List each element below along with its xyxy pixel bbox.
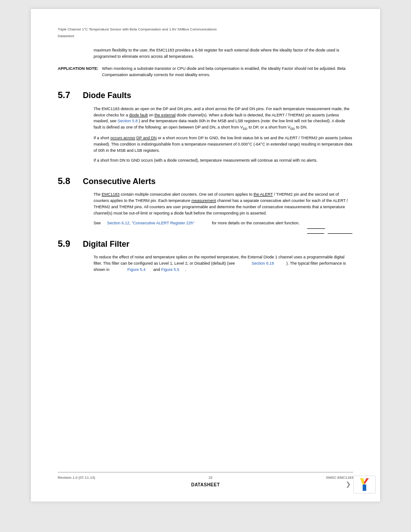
svg-marker-1 <box>363 485 366 491</box>
section-5-9-title: Digital Filter <box>83 239 129 250</box>
page-wrapper: Triple Channel 1°C Temperature Sensor wi… <box>0 0 411 532</box>
section-5-9-p1: To reduce the effect of noise and temper… <box>94 254 353 273</box>
section-5-7-body: The EMC1183 detects an open on the DP an… <box>94 106 353 164</box>
footer-brand: SMSC EMC1183 <box>326 475 353 480</box>
logo-area <box>353 476 376 493</box>
app-note-content: When monitoring a substrate transistor o… <box>102 66 353 78</box>
nav-arrow[interactable]: ❯ <box>346 480 351 489</box>
section-5-9-num: 5.9 <box>58 237 75 250</box>
section-5-7-header: 5.7 Diode Faults <box>58 89 353 101</box>
footer-revision: Revision 1.0 (07-11-13) <box>58 475 95 480</box>
app-note-label: APPLICATION NOTE: <box>58 66 98 78</box>
header-title: Triple Channel 1°C Temperature Sensor wi… <box>58 27 353 32</box>
logo-svg <box>356 477 372 492</box>
section-5-8-p1: The EMC1183 contain multiple consecutive… <box>94 192 353 217</box>
section-5-9-body: To reduce the effect of noise and temper… <box>94 254 353 273</box>
section-5-7-p1: The EMC1183 detects an open on the DP an… <box>94 106 353 132</box>
footer-datasheet: DATASHEET <box>58 482 353 488</box>
section-5-9-header: 5.9 Digital Filter <box>58 237 353 250</box>
app-note: APPLICATION NOTE: When monitoring a subs… <box>58 66 353 78</box>
footer-divider <box>58 472 353 472</box>
section-5-7-p3: If a short from DN to GND occurs (with a… <box>94 158 353 164</box>
decorative-lines <box>307 228 352 234</box>
footer: Revision 1.0 (07-11-13) 22 SMSC EMC1183 … <box>58 472 353 488</box>
footer-top: Revision 1.0 (07-11-13) 22 SMSC EMC1183 <box>58 475 353 480</box>
svg-marker-2 <box>360 478 364 485</box>
section-5-8-header: 5.8 Consecutive Alerts <box>58 175 353 187</box>
section-5-8-body: The EMC1183 contain multiple consecutive… <box>94 192 353 227</box>
section-5-8-num: 5.8 <box>58 175 75 187</box>
section-5-8-see: See Section 6.12, "Consecutive ALERT Reg… <box>94 220 353 227</box>
section-5-7-num: 5.7 <box>58 89 75 101</box>
section-5-8-title: Consecutive Alerts <box>83 176 155 187</box>
intro-text: maximum flexibility to the user, the EMC… <box>94 47 353 60</box>
header-sub: Datasheet <box>58 34 353 39</box>
section-5-7-title: Diode Faults <box>83 90 131 101</box>
section-5-7-p2: If a short occurs across DP and DN or a … <box>94 135 353 154</box>
document-page: Triple Channel 1°C Temperature Sensor wi… <box>31 9 380 502</box>
footer-page: 22 <box>209 475 213 480</box>
